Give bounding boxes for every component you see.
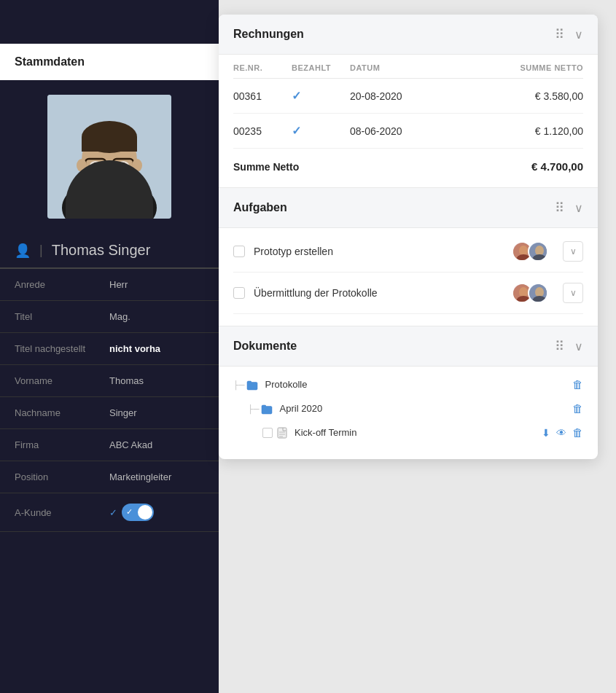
contact-name: Thomas Singer xyxy=(52,242,151,259)
rechnungen-section-header: Rechnungen ⠿ ∨ xyxy=(219,15,598,55)
titel-value: Mag. xyxy=(109,311,204,322)
titel-nachgestellt-row: Titel nachgestellt nicht vorha xyxy=(0,333,219,365)
avatar-svg xyxy=(47,95,171,219)
vorname-row: Vorname Thomas xyxy=(0,365,219,397)
rechnungen-dots-icon[interactable]: ⠿ xyxy=(555,26,566,42)
stammdaten-label: Stammdaten xyxy=(15,55,85,68)
col-renr: RE.NR. xyxy=(233,63,292,72)
rechnungen-table: RE.NR. BEZAHLT DATUM SUMME NETTO 00361 ✓… xyxy=(219,55,598,187)
kickoff-view-btn[interactable]: 👁 xyxy=(556,427,566,439)
firma-value: ABC Akad xyxy=(109,439,204,450)
summe-label: Summe Netto xyxy=(233,161,437,173)
nachname-row: Nachname Singer xyxy=(0,397,219,429)
akunde-toggle[interactable]: ✓ xyxy=(122,504,154,521)
april-delete-btn[interactable]: 🗑 xyxy=(572,402,583,415)
svg-point-22 xyxy=(535,246,544,256)
summe-value: € 4.700,00 xyxy=(437,160,583,173)
akunde-toggle-container: ✓ ✓ xyxy=(109,504,154,521)
svg-point-1 xyxy=(62,179,157,219)
left-panel: Stammdaten xyxy=(0,0,219,693)
col-datum: DATUM xyxy=(350,63,437,72)
kickoff-actions: ⬇ 👁 🗑 xyxy=(542,426,583,439)
row2-datum: 08-06-2020 xyxy=(350,125,437,137)
position-row: Position Marketingleiter xyxy=(0,461,219,493)
right-panel: Rechnungen ⠿ ∨ RE.NR. BEZAHLT DATUM SUMM… xyxy=(219,15,598,459)
task2-chevron[interactable]: ∨ xyxy=(563,283,583,303)
svg-point-17 xyxy=(132,159,142,172)
person-icon: 👤 xyxy=(15,243,31,259)
titel-label: Titel xyxy=(15,311,109,322)
task1-label: Prototyp erstellen xyxy=(254,246,503,257)
anrede-row: Anrede Herr xyxy=(0,269,219,301)
vorname-label: Vorname xyxy=(15,375,109,386)
table-row: 00235 ✓ 08-06-2020 € 1.120,00 xyxy=(233,114,583,149)
task1-avatar2 xyxy=(528,241,548,262)
row2-nr: 00235 xyxy=(233,125,292,137)
protokolle-delete-btn[interactable]: 🗑 xyxy=(572,378,583,391)
folder-icon xyxy=(261,402,276,414)
row2-check-icon: ✓ xyxy=(292,124,350,138)
anrede-value: Herr xyxy=(109,279,204,290)
aufgaben-chevron-icon[interactable]: ∨ xyxy=(574,201,583,215)
svg-point-14 xyxy=(93,163,98,168)
aufgaben-dots-icon[interactable]: ⠿ xyxy=(555,200,566,216)
file-icon xyxy=(277,426,290,439)
svg-point-12 xyxy=(90,161,101,170)
aufgaben-list: Prototyp erstellen ∨ xyxy=(219,228,598,326)
position-value: Marketingleiter xyxy=(109,471,204,482)
protokolle-actions: 🗑 xyxy=(572,378,583,391)
kickoff-checkbox[interactable] xyxy=(262,428,273,438)
aufgaben-actions: ⠿ ∨ xyxy=(555,200,583,216)
avatar xyxy=(47,95,171,219)
kickoff-delete-btn[interactable]: 🗑 xyxy=(572,426,583,439)
protokolle-label: Protokolle xyxy=(265,379,572,390)
task-row-1: Prototyp erstellen ∨ xyxy=(233,231,583,273)
svg-point-25 xyxy=(519,287,528,297)
folder-icon xyxy=(246,378,261,390)
svg-point-16 xyxy=(77,159,87,172)
kickoff-label: Kick-off Termin xyxy=(295,427,542,438)
col-bezahlt: BEZAHLT xyxy=(292,63,350,72)
kickoff-download-btn[interactable]: ⬇ xyxy=(542,427,550,439)
aufgaben-title: Aufgaben xyxy=(233,201,287,214)
titel-row: Titel Mag. xyxy=(0,301,219,333)
doc-item-april: ├─ April 2020 🗑 xyxy=(233,396,583,420)
table-row: 00361 ✓ 20-08-2020 € 3.580,00 xyxy=(233,79,583,114)
firma-label: Firma xyxy=(15,439,109,450)
dokumente-actions: ⠿ ∨ xyxy=(555,338,583,354)
dokumente-chevron-icon[interactable]: ∨ xyxy=(574,340,583,353)
svg-point-13 xyxy=(117,161,129,170)
rechnungen-chevron-icon[interactable]: ∨ xyxy=(574,28,583,42)
aufgaben-section-header: Aufgaben ⠿ ∨ xyxy=(219,188,598,228)
svg-point-19 xyxy=(519,246,528,256)
stammdaten-header: Stammdaten xyxy=(0,44,219,80)
titel-nachgestellt-value: nicht vorha xyxy=(109,343,204,354)
dokumente-dots-icon[interactable]: ⠿ xyxy=(555,338,566,354)
doc-item-kickoff: Kick-off Termin ⬇ 👁 🗑 xyxy=(233,420,583,445)
col-summe: SUMME NETTO xyxy=(437,63,583,72)
avatar-section xyxy=(0,80,219,233)
summe-row: Summe Netto € 4.700,00 xyxy=(233,149,583,187)
name-row: 👤 | Thomas Singer xyxy=(0,233,219,269)
task2-avatar2 xyxy=(528,283,548,303)
rechnungen-actions: ⠿ ∨ xyxy=(555,26,583,42)
row2-summe: € 1.120,00 xyxy=(437,125,583,137)
task2-checkbox[interactable] xyxy=(233,287,245,299)
nachname-label: Nachname xyxy=(15,407,109,418)
row1-check-icon: ✓ xyxy=(292,89,350,103)
akunde-check: ✓ xyxy=(109,507,117,518)
svg-point-28 xyxy=(535,287,544,297)
task1-chevron[interactable]: ∨ xyxy=(563,241,583,262)
anrede-label: Anrede xyxy=(15,279,109,290)
svg-point-15 xyxy=(120,163,126,168)
rechnungen-title: Rechnungen xyxy=(233,28,304,41)
svg-rect-3 xyxy=(102,171,117,186)
task2-label: Übermittlung der Protokolle xyxy=(254,287,503,299)
task1-avatars xyxy=(512,241,548,262)
row1-datum: 20-08-2020 xyxy=(350,90,437,102)
svg-point-2 xyxy=(87,188,131,217)
firma-row: Firma ABC Akad xyxy=(0,429,219,461)
task-row-2: Übermittlung der Protokolle xyxy=(233,273,583,314)
task1-checkbox[interactable] xyxy=(233,246,245,257)
dokumente-tree: ├─ Protokolle 🗑 ├─ April 2020 🗑 xyxy=(219,367,598,459)
